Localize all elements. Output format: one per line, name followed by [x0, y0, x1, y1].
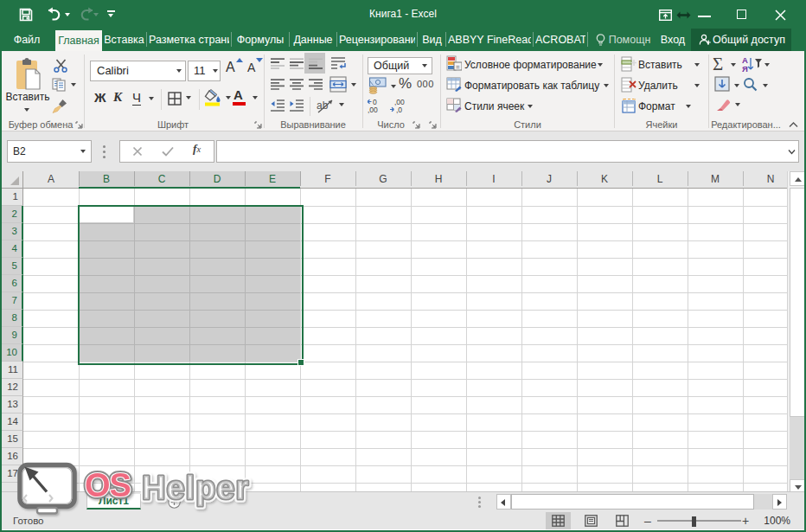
svg-text:OS: OS — [85, 467, 131, 503]
svg-text:,00: ,00 — [368, 106, 378, 114]
svg-text:Я: Я — [742, 64, 748, 73]
svg-text:=: = — [456, 63, 460, 71]
svg-text:Helper: Helper — [142, 470, 249, 506]
svg-text:,0: ,0 — [396, 106, 402, 114]
